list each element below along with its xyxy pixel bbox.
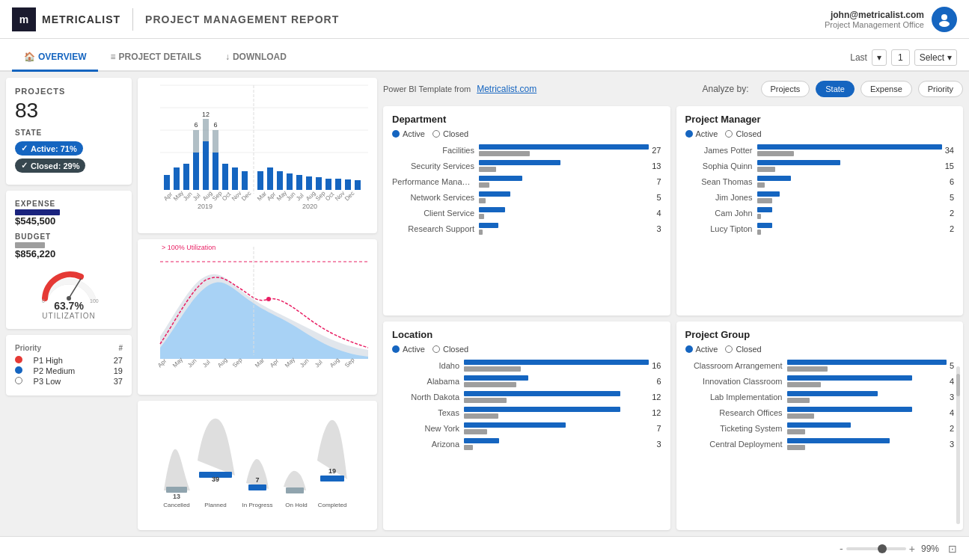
list-item: Alabama6 (392, 375, 661, 387)
tab-download-label: DOWNLOAD (233, 52, 287, 62)
bar-count: 13 (652, 161, 661, 170)
bar-label: Client Service (392, 209, 474, 218)
svg-rect-28 (277, 171, 283, 190)
bar-closed (787, 398, 810, 403)
filter-select-dropdown[interactable]: Select ▾ (914, 49, 957, 66)
bar-group (757, 144, 942, 156)
analyze-priority-btn[interactable]: Priority (918, 81, 963, 97)
bar-active (757, 223, 772, 228)
svg-rect-22 (222, 164, 228, 190)
svg-point-1 (939, 21, 950, 27)
analyze-projects-btn[interactable]: Projects (761, 81, 810, 97)
bar-label: New York (392, 424, 459, 433)
bar-count: 2 (950, 424, 954, 433)
bar-group (787, 391, 947, 403)
bar-active (464, 391, 620, 396)
expense-label: EXPENSE (15, 200, 123, 208)
scrollbar[interactable] (956, 366, 960, 525)
loc-closed-label: Closed (443, 345, 468, 354)
loc-active-dot (392, 345, 400, 353)
bar-closed (479, 230, 483, 235)
svg-rect-20 (213, 130, 218, 153)
analyze-by-label: Analyze by: (702, 84, 748, 94)
dept-active-label: Active (403, 129, 425, 138)
svg-text:100: 100 (90, 298, 99, 303)
filter-last-dropdown[interactable]: ▾ (872, 49, 887, 66)
bar-closed (479, 182, 489, 188)
tab-project-details[interactable]: ≡ PROJECT DETAILS (98, 44, 213, 72)
zoom-track[interactable] (846, 547, 906, 550)
zoom-level: 99% (921, 544, 939, 554)
list-item: Facilities27 (392, 144, 661, 156)
svg-text:0: 0 (42, 298, 45, 303)
bar-group (787, 375, 947, 387)
bar-count: 16 (652, 361, 661, 370)
bar-label: Ticketing System (685, 424, 783, 433)
bar-count: 4 (656, 209, 661, 218)
fit-screen-icon[interactable]: ⊡ (948, 543, 957, 555)
pg-active-label: Active (696, 345, 718, 354)
pg-closed-dot (725, 345, 733, 353)
center-charts: 6 12 6 (138, 78, 377, 530)
svg-rect-32 (316, 177, 322, 190)
svg-rect-19 (213, 153, 218, 190)
budget-bar (15, 242, 45, 248)
svg-text:Jun: Jun (186, 357, 198, 369)
zoom-minus-btn[interactable]: - (840, 543, 843, 555)
svg-rect-24 (242, 171, 248, 190)
powerbi-link[interactable]: Metricalist.com (477, 84, 537, 94)
scrollbar-thumb[interactable] (956, 374, 960, 396)
analyze-expense-btn[interactable]: Expense (861, 81, 912, 97)
bar-closed (479, 167, 496, 172)
loc-closed-dot (432, 345, 440, 353)
bar-group (479, 207, 653, 219)
analyze-bar: Power BI Template from Metricalist.com A… (383, 78, 963, 100)
svg-text:Jun: Jun (299, 357, 310, 369)
pm-active-legend: Active (685, 129, 718, 138)
timeline-svg: 6 12 6 (138, 78, 368, 209)
tab-download[interactable]: ↓ DOWNLOAD (213, 44, 299, 72)
bar-closed (757, 151, 794, 156)
bar-group (787, 422, 947, 434)
bar-closed (464, 429, 487, 434)
powerbi-text: Power BI Template from (383, 84, 471, 93)
pg-active-dot (685, 345, 693, 353)
dept-active-dot (392, 130, 400, 138)
closed-badge[interactable]: ✓ Closed: 29% (15, 159, 85, 173)
bar-active (464, 422, 566, 428)
department-title: Department (392, 114, 661, 125)
project-group-panel: Project Group Active Closed Classroom Ar… (676, 321, 964, 531)
zoom-plus-btn[interactable]: + (909, 543, 915, 555)
bar-count: 2 (950, 224, 954, 233)
bar-active (787, 407, 913, 412)
table-row: P3 Low 37 (15, 376, 123, 387)
tab-overview[interactable]: 🏠 OVERVIEW (12, 44, 98, 72)
p3-value: 37 (106, 376, 123, 387)
bar-label: Lucy Tipton (685, 224, 753, 233)
svg-point-58 (266, 297, 271, 301)
zoom-thumb[interactable] (878, 544, 887, 553)
list-item: Lab Implementation3 (685, 391, 955, 403)
svg-text:19: 19 (328, 467, 336, 475)
department-bars: Facilities27Security Services13Performan… (392, 144, 661, 235)
bar-count: 3 (950, 440, 954, 449)
pg-closed-legend: Closed (725, 345, 761, 354)
analyze-state-btn[interactable]: State (816, 81, 855, 97)
pm-active-dot (685, 130, 693, 138)
filter-num: 1 (891, 49, 910, 66)
bar-count: 27 (652, 146, 661, 155)
list-item: North Dakota12 (392, 391, 661, 403)
bar-closed (464, 413, 498, 419)
user-info: john@metricalist.com Project Management … (825, 10, 924, 29)
svg-rect-14 (193, 130, 199, 153)
expense-bar (15, 209, 60, 215)
pm-legend: Active Closed (685, 129, 955, 138)
bar-label: Classroom Arrangement (685, 361, 783, 370)
location-legend: Active Closed (392, 345, 661, 354)
project-group-title: Project Group (685, 329, 955, 340)
bar-closed (787, 366, 828, 372)
bar-closed (787, 429, 805, 434)
bar-active (479, 176, 522, 181)
active-badge[interactable]: ✓ Active: 71% (15, 141, 83, 156)
bar-active (787, 438, 890, 443)
